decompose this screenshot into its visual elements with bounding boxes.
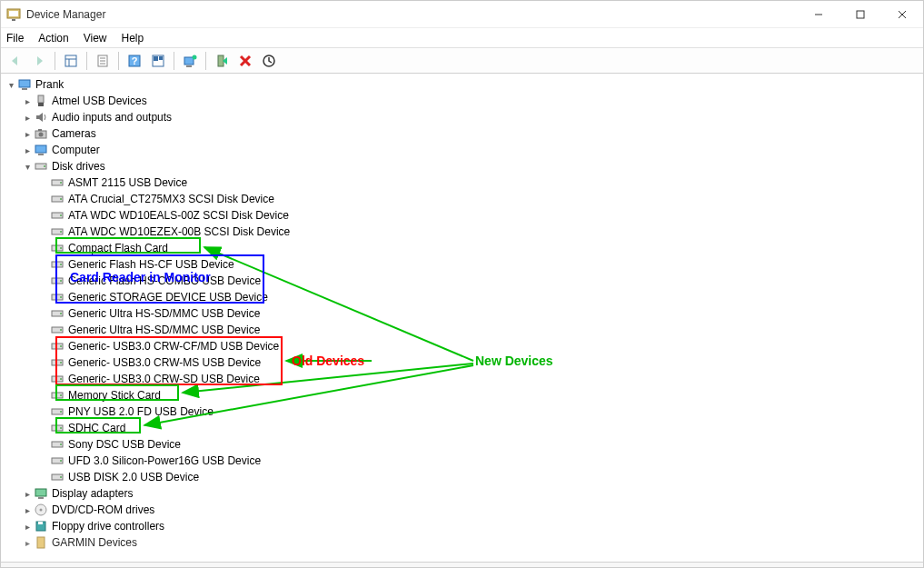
tree-label: Computer <box>51 144 101 156</box>
show-hide-tree-button[interactable] <box>60 51 82 71</box>
tree-device[interactable]: ▸ASMT 2115 USB Device <box>5 174 923 191</box>
svg-rect-76 <box>38 497 44 499</box>
menu-action[interactable]: Action <box>38 32 68 45</box>
menu-view[interactable]: View <box>84 32 107 45</box>
tree-device[interactable]: ▸Generic STORAGE DEVICE USB Device <box>5 289 923 305</box>
tree-root[interactable]: ▾ Prank <box>5 76 923 93</box>
disk-icon <box>50 224 65 239</box>
tree-category-atmel[interactable]: ▸ Atmel USB Devices <box>5 93 923 109</box>
display-icon <box>34 486 48 501</box>
svg-point-62 <box>60 378 62 380</box>
maximize-button[interactable] <box>840 1 881 28</box>
tree-device[interactable]: ▸Compact Flash Card <box>5 240 923 256</box>
expand-icon[interactable]: ▸ <box>21 489 34 499</box>
disk-icon <box>50 274 65 288</box>
svg-point-74 <box>60 476 62 478</box>
expand-icon: ▸ <box>37 342 50 352</box>
tree-label: SDHC Card <box>67 422 126 434</box>
expand-icon[interactable]: ▸ <box>21 96 34 106</box>
tree-category-computer[interactable]: ▸ Computer <box>5 142 923 158</box>
tree-device[interactable]: ▸SDHC Card <box>5 420 923 436</box>
expand-icon[interactable]: ▸ <box>21 538 34 548</box>
tree-label: Generic- USB3.0 CRW-MS USB Device <box>67 356 262 369</box>
menubar: File Action View Help <box>1 28 923 48</box>
disk-icon <box>50 290 65 304</box>
toolbar-sep <box>205 52 206 70</box>
disk-icon <box>50 437 65 452</box>
tree-category-cameras[interactable]: ▸ Cameras <box>5 125 923 142</box>
tree-label: ATA WDC WD10EALS-00Z SCSI Disk Device <box>67 209 290 222</box>
svg-point-64 <box>60 394 62 396</box>
expand-icon: ▸ <box>37 358 50 368</box>
expand-icon[interactable]: ▸ <box>21 522 34 532</box>
tree-label: Generic Ultra HS-SD/MMC USB Device <box>67 324 261 336</box>
tree-device[interactable]: ▸USB DISK 2.0 USB Device <box>5 469 923 485</box>
monitor-icon <box>34 143 48 157</box>
tree-device[interactable]: ▸Generic Ultra HS-SD/MMC USB Device <box>5 322 923 338</box>
tree-device[interactable]: ▸Memory Stick Card <box>5 387 923 404</box>
expand-icon[interactable]: ▸ <box>21 113 34 123</box>
svg-point-56 <box>60 329 62 331</box>
expand-icon[interactable]: ▾ <box>21 162 34 172</box>
tree-device[interactable]: ▸Generic Flash HS-CF USB Device <box>5 256 923 273</box>
tree-label: Audio inputs and outputs <box>51 111 173 124</box>
disk-icon <box>50 175 65 190</box>
tree-device[interactable]: ▸UFD 3.0 Silicon-Power16G USB Device <box>5 453 923 469</box>
disk-icon <box>50 372 65 386</box>
expand-icon[interactable]: ▸ <box>21 145 34 155</box>
tree-device[interactable]: ▸ATA WDC WD10EZEX-00B SCSI Disk Device <box>5 224 923 240</box>
tree-device[interactable]: ▸PNY USB 2.0 FD USB Device <box>5 404 923 420</box>
menu-help[interactable]: Help <box>122 32 144 45</box>
tree-device[interactable]: ▸Generic- USB3.0 CRW-MS USB Device <box>5 354 923 371</box>
scan-hardware-button[interactable] <box>258 51 280 71</box>
device-icon <box>34 535 48 550</box>
tree-category-audio[interactable]: ▸ Audio inputs and outputs <box>5 109 923 125</box>
help-button[interactable]: ? <box>124 51 145 71</box>
properties-button[interactable] <box>92 51 114 71</box>
close-button[interactable] <box>881 1 923 28</box>
minimize-button[interactable] <box>798 1 840 28</box>
expand-icon[interactable]: ▸ <box>21 129 34 139</box>
update-driver-button[interactable] <box>179 51 201 71</box>
tree-device[interactable]: ▸Generic Flash HS-COMBO USB Device <box>5 273 923 289</box>
enable-device-button[interactable] <box>211 51 233 71</box>
usb-icon <box>34 94 48 108</box>
forward-button[interactable] <box>28 51 50 71</box>
expand-icon[interactable]: ▸ <box>21 505 34 515</box>
expand-icon: ▸ <box>37 178 50 188</box>
svg-rect-33 <box>35 145 46 153</box>
svg-rect-29 <box>38 103 44 106</box>
tree-label: Disk drives <box>51 160 106 173</box>
tree-category-garmin[interactable]: ▸ GARMIN Devices <box>5 534 923 551</box>
toolbar-sep <box>55 52 55 70</box>
tree-device[interactable]: ▸ATA Crucial_CT275MX3 SCSI Disk Device <box>5 191 923 207</box>
tree-label: UFD 3.0 Silicon-Power16G USB Device <box>67 454 262 467</box>
disk-icon <box>50 192 65 206</box>
disk-icon <box>50 355 65 370</box>
tree-device[interactable]: ▸Generic- USB3.0 CRW-SD USB Device <box>5 371 923 387</box>
tree-label: ATA Crucial_CT275MX3 SCSI Disk Device <box>67 193 275 205</box>
tree-device[interactable]: ▸Sony DSC USB Device <box>5 436 923 453</box>
tree-category-floppy[interactable]: ▸ Floppy drive controllers <box>5 518 923 534</box>
expand-icon: ▸ <box>37 227 50 237</box>
disk-icon <box>50 241 65 255</box>
uninstall-device-button[interactable] <box>234 51 256 71</box>
svg-rect-27 <box>22 88 27 90</box>
tree-label: Generic STORAGE DEVICE USB Device <box>67 291 269 304</box>
expand-icon[interactable]: ▾ <box>5 80 17 90</box>
tree-device[interactable]: ▸ATA WDC WD10EALS-00Z SCSI Disk Device <box>5 207 923 224</box>
tree-label: Compact Flash Card <box>67 242 169 254</box>
expand-icon: ▸ <box>37 473 50 483</box>
back-button[interactable] <box>5 51 26 71</box>
tree-device[interactable]: ▸Generic- USB3.0 CRW-CF/MD USB Device <box>5 338 923 354</box>
menu-file[interactable]: File <box>6 32 24 45</box>
view-button[interactable] <box>147 51 169 71</box>
device-tree[interactable]: ▾ Prank ▸ Atmel USB Devices ▸ Audio inpu… <box>1 75 923 562</box>
tree-category-dvd[interactable]: ▸ DVD/CD-ROM drives <box>5 502 923 518</box>
tree-category-disk[interactable]: ▾ Disk drives <box>5 158 923 174</box>
tree-device[interactable]: ▸Generic Ultra HS-SD/MMC USB Device <box>5 305 923 322</box>
tree-category-display[interactable]: ▸ Display adapters <box>5 485 923 502</box>
window-title: Device Manager <box>26 8 798 21</box>
svg-rect-75 <box>35 489 46 496</box>
expand-icon: ▸ <box>37 309 50 319</box>
